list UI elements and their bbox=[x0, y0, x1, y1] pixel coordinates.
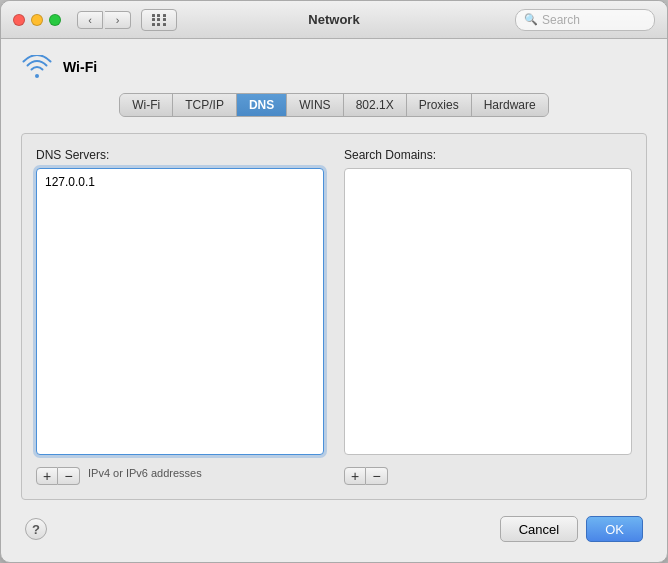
nav-buttons: ‹ › bbox=[77, 11, 131, 29]
tab-8021x[interactable]: 802.1X bbox=[344, 94, 407, 116]
search-box[interactable]: 🔍 Search bbox=[515, 9, 655, 31]
grid-icon bbox=[152, 14, 167, 26]
back-button[interactable]: ‹ bbox=[77, 11, 103, 29]
maximize-button[interactable] bbox=[49, 14, 61, 26]
dns-server-entry: 127.0.0.1 bbox=[41, 173, 319, 191]
remove-search-domain-button[interactable]: − bbox=[366, 467, 388, 485]
tab-proxies[interactable]: Proxies bbox=[407, 94, 472, 116]
dns-servers-column: DNS Servers: 127.0.0.1 + − IPv4 or IPv6 … bbox=[36, 148, 324, 485]
content-area: Wi-Fi Wi-Fi TCP/IP DNS WINS 802.1X Proxi… bbox=[1, 39, 667, 562]
tabs: Wi-Fi TCP/IP DNS WINS 802.1X Proxies Har… bbox=[119, 93, 548, 117]
add-search-domain-button[interactable]: + bbox=[344, 467, 366, 485]
window-title: Network bbox=[308, 12, 359, 27]
search-domains-label: Search Domains: bbox=[344, 148, 632, 162]
tab-tcpip[interactable]: TCP/IP bbox=[173, 94, 237, 116]
tab-wins[interactable]: WINS bbox=[287, 94, 343, 116]
tabs-container: Wi-Fi TCP/IP DNS WINS 802.1X Proxies Har… bbox=[21, 93, 647, 117]
forward-button[interactable]: › bbox=[105, 11, 131, 29]
tab-wifi[interactable]: Wi-Fi bbox=[120, 94, 173, 116]
traffic-lights bbox=[13, 14, 61, 26]
tab-dns[interactable]: DNS bbox=[237, 94, 287, 116]
wifi-header: Wi-Fi bbox=[21, 55, 647, 79]
minimize-button[interactable] bbox=[31, 14, 43, 26]
columns: DNS Servers: 127.0.0.1 + − IPv4 or IPv6 … bbox=[36, 148, 632, 485]
search-placeholder: Search bbox=[542, 13, 580, 27]
close-button[interactable] bbox=[13, 14, 25, 26]
search-domains-column: Search Domains: + − bbox=[344, 148, 632, 485]
dns-servers-list[interactable]: 127.0.0.1 bbox=[36, 168, 324, 455]
search-domains-controls: + − bbox=[344, 467, 388, 485]
add-dns-server-button[interactable]: + bbox=[36, 467, 58, 485]
dns-servers-label: DNS Servers: bbox=[36, 148, 324, 162]
remove-dns-server-button[interactable]: − bbox=[58, 467, 80, 485]
network-window: ‹ › Network 🔍 Search bbox=[0, 0, 668, 563]
titlebar: ‹ › Network 🔍 Search bbox=[1, 1, 667, 39]
bottom-row: ? Cancel OK bbox=[21, 516, 647, 542]
dns-servers-hint: IPv4 or IPv6 addresses bbox=[88, 467, 202, 479]
cancel-button[interactable]: Cancel bbox=[500, 516, 578, 542]
help-button[interactable]: ? bbox=[25, 518, 47, 540]
search-icon: 🔍 bbox=[524, 13, 538, 26]
grid-button[interactable] bbox=[141, 9, 177, 31]
wifi-label: Wi-Fi bbox=[63, 59, 97, 75]
action-buttons: Cancel OK bbox=[500, 516, 643, 542]
wifi-icon bbox=[21, 55, 53, 79]
tab-hardware[interactable]: Hardware bbox=[472, 94, 548, 116]
dns-servers-controls: + − bbox=[36, 467, 80, 485]
dns-panel: DNS Servers: 127.0.0.1 + − IPv4 or IPv6 … bbox=[21, 133, 647, 500]
search-domains-list[interactable] bbox=[344, 168, 632, 455]
ok-button[interactable]: OK bbox=[586, 516, 643, 542]
